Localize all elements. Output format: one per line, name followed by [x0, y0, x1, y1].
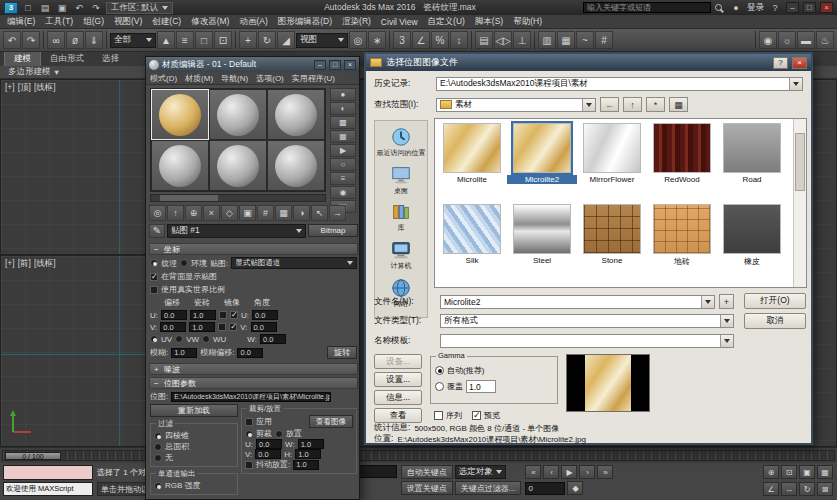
pick-material-eyedropper-icon[interactable]: ✎ — [149, 224, 165, 238]
bitmap-path-button[interactable]: E:\Autodesk3dsMax2010课程项目\素材\Microlite.j… — [171, 392, 331, 402]
material-sample-slot[interactable] — [151, 140, 209, 191]
maxscript-macro-line[interactable] — [3, 465, 93, 480]
maxscript-line[interactable]: 欢迎使用 MAXScript — [3, 482, 93, 496]
look-in-dropdown[interactable]: 素材 — [436, 98, 596, 112]
ribbon-tab-selection[interactable]: 选择 — [93, 52, 128, 66]
make-unique-icon[interactable]: ◇ — [221, 205, 238, 221]
menu-customize[interactable]: 自定义(U) — [423, 16, 470, 28]
mirror-icon[interactable]: ◁▷ — [494, 31, 512, 49]
go-forward-sibling-icon[interactable]: → — [329, 205, 346, 221]
menu-rendering[interactable]: 渲染(R) — [337, 16, 376, 28]
signin-link[interactable]: 登录 — [747, 2, 764, 14]
angle-snap-icon[interactable]: ∠ — [412, 31, 430, 49]
angle-u-field[interactable]: 0.0 — [252, 310, 278, 320]
blur-offset-field[interactable]: 0.0 — [237, 348, 263, 358]
minimize-button[interactable]: – — [314, 60, 326, 70]
me-menu-utilities[interactable]: 实用程序(U) — [288, 73, 339, 84]
file-item[interactable]: Steel — [507, 202, 577, 283]
wu-radio[interactable] — [202, 335, 210, 343]
key-filters-button[interactable]: 关键点过滤器... — [455, 481, 522, 495]
place-desktop[interactable]: 桌面 — [390, 164, 412, 195]
dropdown-button[interactable] — [720, 315, 733, 327]
reset-map-icon[interactable]: × — [203, 205, 220, 221]
viewport-menu-plus[interactable]: [+] — [5, 82, 15, 94]
select-object-icon[interactable]: ▲ — [157, 31, 175, 49]
file-item[interactable]: Road — [717, 121, 787, 202]
close-button[interactable]: × — [820, 2, 833, 13]
assign-to-selection-icon[interactable]: ⊕ — [185, 205, 202, 221]
percent-snap-icon[interactable]: % — [431, 31, 449, 49]
backlight-icon[interactable]: ◐ — [330, 102, 356, 115]
select-and-rotate-icon[interactable]: ↻ — [258, 31, 276, 49]
max-logo-icon[interactable]: 3 — [4, 2, 18, 14]
angle-v-field[interactable]: 0.0 — [251, 322, 277, 332]
menu-help[interactable]: 帮助(H) — [508, 16, 547, 28]
material-sample-slot[interactable] — [151, 89, 209, 140]
current-frame-field[interactable]: 0 — [525, 482, 565, 495]
polygon-modeling-panel-label[interactable]: 多边形建模 — [8, 66, 51, 78]
viewport-menu-shading[interactable]: [线框] — [34, 82, 56, 94]
ribbon-tab-modeling[interactable]: 建模 — [4, 51, 41, 66]
reload-button[interactable]: 重新加载 — [150, 404, 238, 417]
bitmap-parameters-rollout-header[interactable]: 位图参数 — [149, 377, 358, 389]
region-select-icon[interactable]: □ — [195, 31, 213, 49]
reference-coordinate-dropdown[interactable]: 视图 — [296, 33, 348, 48]
undo-button[interactable]: ↶ — [3, 31, 21, 49]
ribbon-tab-freeform[interactable]: 自由形式 — [41, 52, 93, 66]
file-item[interactable]: Silk — [437, 202, 507, 283]
auto-key-button[interactable]: 自动关键点 — [401, 465, 453, 479]
blur-field[interactable]: 1.0 — [171, 348, 197, 358]
material-sample-slot[interactable] — [267, 140, 325, 191]
place-libraries[interactable]: 库 — [390, 201, 412, 232]
window-crossing-icon[interactable]: ⊡ — [214, 31, 232, 49]
pyramidal-radio[interactable] — [154, 432, 162, 440]
apply-crop-checkbox[interactable] — [245, 418, 253, 426]
menu-graph-editors[interactable]: 图形编辑器(D) — [273, 16, 337, 28]
menu-scripting[interactable]: 脚本(S) — [470, 16, 508, 28]
sequence-checkbox[interactable] — [434, 411, 443, 420]
material-id-channel-icon[interactable]: # — [257, 205, 274, 221]
dialog-help-icon[interactable]: ? — [773, 57, 788, 69]
history-dropdown[interactable]: E:\Autodesk3dsMax2010课程项目\素材 — [436, 77, 803, 91]
file-item[interactable]: MirrorFlower — [577, 121, 647, 202]
zoom-extents-all-icon[interactable]: ▦ — [817, 465, 833, 479]
field-of-view-icon[interactable]: ∠ — [763, 482, 779, 496]
help-icon[interactable]: ? — [768, 2, 782, 14]
dialog-close-icon[interactable]: × — [792, 57, 807, 69]
material-name-dropdown[interactable]: 贴图 #1 — [167, 224, 306, 238]
me-menu-options[interactable]: 选项(O) — [252, 73, 288, 84]
scrollbar-thumb[interactable] — [795, 133, 805, 191]
select-and-scale-icon[interactable]: ◢ — [277, 31, 295, 49]
go-to-start-icon[interactable]: « — [525, 465, 541, 479]
me-menu-material[interactable]: 材质(M) — [181, 73, 217, 84]
rgb-intensity-radio[interactable] — [154, 482, 162, 490]
menu-edit[interactable]: 编辑(E) — [2, 16, 40, 28]
put-to-scene-icon[interactable]: ↑ — [167, 205, 184, 221]
dropdown-button[interactable] — [701, 296, 714, 308]
viewport-menu-view[interactable]: [顶] — [18, 82, 31, 94]
sample-palette-scrollbar[interactable] — [150, 194, 326, 202]
go-to-parent-icon[interactable]: ↖ — [311, 205, 328, 221]
redo-button[interactable]: ↷ — [22, 31, 40, 49]
coordinates-rollout-header[interactable]: 坐标 — [149, 243, 358, 255]
viewport-menu-view[interactable]: [前] — [18, 258, 31, 270]
ribbon-toggle-icon[interactable]: ▦ — [557, 31, 575, 49]
get-material-icon[interactable]: ◎ — [149, 205, 166, 221]
undo-icon[interactable]: ↶ — [72, 2, 86, 14]
select-and-link-icon[interactable]: ∞ — [47, 31, 65, 49]
noise-rollout-header[interactable]: 噪波 — [149, 363, 358, 375]
bind-to-space-warp-icon[interactable]: ⇓ — [85, 31, 103, 49]
curve-editor-icon[interactable]: ~ — [576, 31, 594, 49]
material-sample-slot[interactable] — [267, 89, 325, 140]
render-production-icon[interactable]: ♨ — [816, 31, 834, 49]
edit-named-selections-icon[interactable]: ▤ — [475, 31, 493, 49]
go-to-end-icon[interactable]: » — [597, 465, 613, 479]
put-to-library-icon[interactable]: ▣ — [239, 205, 256, 221]
cancel-button[interactable]: 取消 — [744, 313, 806, 329]
snaps-toggle-icon[interactable]: 3 — [393, 31, 411, 49]
rotate-button[interactable]: 旋转 — [327, 346, 357, 359]
mapping-dropdown[interactable]: 显式贴图通道 — [231, 257, 357, 269]
file-list-scrollbar[interactable] — [793, 119, 806, 287]
sample-type-icon[interactable]: ● — [330, 88, 356, 101]
scrollbar-thumb[interactable] — [160, 195, 218, 201]
